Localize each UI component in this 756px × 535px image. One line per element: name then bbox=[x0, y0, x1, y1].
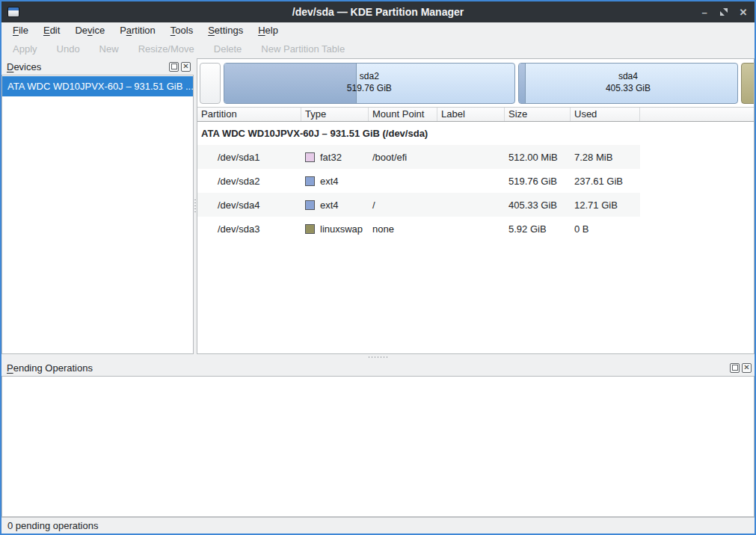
menu-partition[interactable]: Partition bbox=[112, 22, 163, 39]
filesystem-color-swatch bbox=[305, 200, 315, 210]
cell-type: linuxswap bbox=[301, 223, 369, 235]
partition-segment-sda1[interactable] bbox=[200, 63, 221, 104]
main-area: Devices ✕ ATA WDC WD10JPVX-60J – 931.51 … bbox=[1, 58, 755, 354]
filesystem-color-swatch bbox=[305, 176, 315, 186]
cell-partition: /dev/sda3 bbox=[197, 223, 301, 235]
delete-button[interactable]: Delete bbox=[204, 43, 252, 55]
resize-move-button[interactable]: Resize/Move bbox=[129, 43, 204, 55]
device-group-row[interactable]: ATA WDC WD10JPVX-60J – 931.51 GiB (/dev/… bbox=[197, 122, 754, 145]
table-row[interactable]: /dev/sda2 ext4 519.76 GiB 237.61 GiB bbox=[197, 169, 640, 193]
segment-size: 519.76 GiB bbox=[347, 83, 392, 95]
menu-settings[interactable]: Settings bbox=[200, 22, 251, 39]
pending-operations-count: 0 pending operations bbox=[7, 520, 98, 531]
pending-operations-title: Pending Operations bbox=[7, 362, 93, 374]
devices-panel-title: Devices bbox=[7, 61, 41, 72]
splitter-handle bbox=[194, 200, 196, 213]
segment-label: sda2 bbox=[360, 71, 379, 83]
filesystem-color-swatch bbox=[305, 224, 315, 234]
menu-help[interactable]: Help bbox=[251, 22, 286, 39]
table-row[interactable]: /dev/sda4 ext4 / 405.33 GiB 12.71 GiB bbox=[197, 193, 640, 217]
cell-used: 0 B bbox=[571, 223, 640, 235]
splitter-handle bbox=[369, 356, 388, 358]
toolbar: Apply Undo New Resize/Move Delete New Pa… bbox=[1, 39, 755, 58]
cell-partition: /dev/sda4 bbox=[197, 200, 301, 211]
pending-operations-list bbox=[1, 376, 755, 517]
menu-device[interactable]: Device bbox=[67, 22, 112, 39]
app-window: /dev/sda — KDE Partition Manager – ✕ Fil… bbox=[0, 0, 756, 535]
dock-float-icon[interactable] bbox=[169, 62, 179, 72]
cell-mount-point: /boot/efi bbox=[369, 152, 437, 163]
devices-list: ATA WDC WD10JPVX-60J – 931.51 GiB ... bbox=[1, 75, 194, 354]
devices-dock-buttons: ✕ bbox=[169, 62, 191, 72]
filesystem-color-swatch bbox=[305, 152, 315, 162]
cell-size: 519.76 GiB bbox=[505, 176, 571, 187]
horizontal-splitter[interactable] bbox=[1, 354, 755, 359]
devices-panel: Devices ✕ ATA WDC WD10JPVX-60J – 931.51 … bbox=[1, 58, 194, 354]
pending-operations-header: Pending Operations ✕ bbox=[1, 359, 755, 376]
cell-type: ext4 bbox=[301, 200, 369, 211]
menu-tools[interactable]: Tools bbox=[163, 22, 200, 39]
cell-used: 237.61 GiB bbox=[571, 176, 640, 187]
close-icon[interactable]: ✕ bbox=[738, 7, 749, 17]
column-header-type[interactable]: Type bbox=[301, 108, 369, 121]
menubar: File Edit Device Partition Tools Setting… bbox=[1, 22, 755, 39]
titlebar[interactable]: /dev/sda — KDE Partition Manager – ✕ bbox=[1, 1, 755, 22]
restore-icon[interactable] bbox=[719, 7, 729, 17]
column-header-filler bbox=[640, 108, 754, 121]
used-space-overlay bbox=[519, 64, 526, 103]
undo-button[interactable]: Undo bbox=[47, 43, 90, 55]
segment-size: 405.33 GiB bbox=[606, 83, 651, 95]
app-icon bbox=[7, 7, 19, 17]
partition-pane: sda2 519.76 GiB sda4 405.33 GiB Partitio… bbox=[197, 58, 755, 354]
cell-size: 405.33 GiB bbox=[505, 200, 571, 211]
cell-mount-point: none bbox=[369, 223, 437, 235]
column-header-partition[interactable]: Partition bbox=[197, 108, 301, 121]
partition-segment-sda2[interactable]: sda2 519.76 GiB bbox=[224, 63, 515, 104]
window-title: /dev/sda — KDE Partition Manager bbox=[1, 6, 755, 18]
cell-size: 5.92 GiB bbox=[505, 223, 571, 235]
apply-button[interactable]: Apply bbox=[3, 43, 47, 55]
cell-mount-point: / bbox=[369, 200, 437, 211]
column-header-mount-point[interactable]: Mount Point bbox=[369, 108, 437, 121]
menu-file[interactable]: File bbox=[5, 22, 36, 39]
cell-partition: /dev/sda1 bbox=[197, 152, 301, 163]
table-row[interactable]: /dev/sda3 linuxswap none 5.92 GiB 0 B bbox=[197, 217, 640, 241]
cell-partition: /dev/sda2 bbox=[197, 176, 301, 187]
dock-close-icon[interactable]: ✕ bbox=[742, 363, 752, 373]
pending-dock-buttons: ✕ bbox=[730, 363, 752, 373]
statusbar: 0 pending operations bbox=[1, 517, 755, 534]
cell-size: 512.00 MiB bbox=[505, 152, 571, 163]
column-header-label[interactable]: Label bbox=[437, 108, 505, 121]
partition-bar: sda2 519.76 GiB sda4 405.33 GiB bbox=[197, 59, 754, 107]
devices-panel-header: Devices ✕ bbox=[1, 58, 194, 75]
partition-segment-sda4[interactable]: sda4 405.33 GiB bbox=[518, 63, 738, 104]
dock-close-icon[interactable]: ✕ bbox=[181, 62, 191, 72]
partition-segment-sda3[interactable] bbox=[741, 63, 755, 104]
column-header-used[interactable]: Used bbox=[571, 108, 640, 121]
new-partition-table-button[interactable]: New Partition Table bbox=[251, 43, 354, 55]
window-controls: – ✕ bbox=[699, 7, 749, 17]
cell-type: fat32 bbox=[301, 152, 369, 163]
minimize-icon[interactable]: – bbox=[699, 7, 710, 17]
table-row[interactable]: /dev/sda1 fat32 /boot/efi 512.00 MiB 7.2… bbox=[197, 145, 640, 169]
used-space-overlay bbox=[224, 64, 357, 103]
table-header: Partition Type Mount Point Label Size Us… bbox=[197, 107, 754, 122]
cell-used: 7.28 MiB bbox=[571, 152, 640, 163]
cell-used: 12.71 GiB bbox=[571, 200, 640, 211]
device-list-item[interactable]: ATA WDC WD10JPVX-60J – 931.51 GiB ... bbox=[2, 76, 193, 96]
column-header-size[interactable]: Size bbox=[505, 108, 571, 121]
cell-type: ext4 bbox=[301, 176, 369, 187]
new-button[interactable]: New bbox=[90, 43, 129, 55]
dock-float-icon[interactable] bbox=[730, 363, 740, 373]
pending-operations-panel: Pending Operations ✕ bbox=[1, 359, 755, 517]
segment-label: sda4 bbox=[618, 71, 638, 83]
menu-edit[interactable]: Edit bbox=[36, 22, 67, 39]
